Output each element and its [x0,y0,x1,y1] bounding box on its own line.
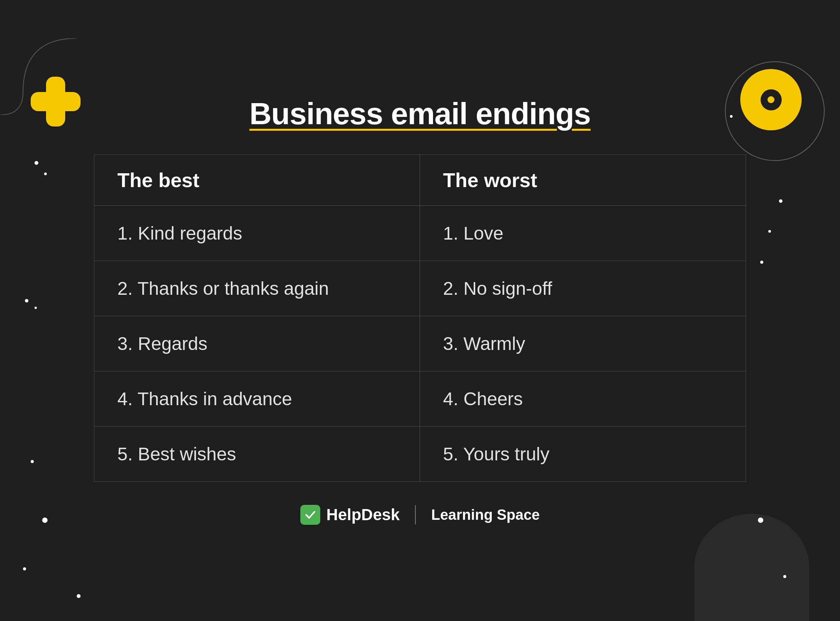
best-item-5: 5. Best wishes [94,427,420,481]
table-row: 5. Best wishes 5. Yours truly [94,427,746,481]
table-body: 1. Kind regards 1. Love 2. Thanks or tha… [94,205,746,481]
helpdesk-logo: HelpDesk [300,505,400,525]
dot-decoration [23,567,26,570]
arc-decoration [694,514,809,621]
dot-decoration [35,307,37,309]
best-item-1: 1. Kind regards [94,206,420,261]
page-wrapper: Business email endings The best The wors… [0,0,840,621]
dot-decoration [25,299,28,302]
checkmark-icon [304,509,316,521]
table-row: 4. Thanks in advance 4. Cheers [94,371,746,427]
header-worst: The worst [420,155,746,205]
worst-item-1: 1. Love [420,206,746,261]
dot-decoration [35,161,38,165]
best-item-2: 2. Thanks or thanks again [94,261,420,316]
comparison-table: The best The worst 1. Kind regards 1. Lo… [94,154,746,482]
header-best: The best [94,155,420,205]
brand-name: HelpDesk [326,506,400,524]
dot-decoration [44,172,47,175]
footer: HelpDesk Learning Space [300,505,540,525]
table-row: 2. Thanks or thanks again 2. No sign-off [94,261,746,316]
dot-decoration [31,460,34,463]
best-item-3: 3. Regards [94,316,420,371]
page-title: Business email endings [249,96,590,131]
logo-icon [300,505,320,525]
dot-decoration [77,594,81,598]
worst-item-4: 4. Cheers [420,371,746,426]
learning-space-label: Learning Space [431,507,540,523]
dot-decoration [783,575,786,578]
worst-item-2: 2. No sign-off [420,261,746,316]
main-content: Business email endings The best The wors… [56,96,784,525]
worst-item-5: 5. Yours truly [420,427,746,481]
worst-item-3: 3. Warmly [420,316,746,371]
table-row: 3. Regards 3. Warmly [94,316,746,371]
table-row: 1. Kind regards 1. Love [94,206,746,261]
best-item-4: 4. Thanks in advance [94,371,420,426]
dot-decoration [42,518,48,523]
footer-divider [415,505,416,524]
table-header: The best The worst [94,155,746,205]
